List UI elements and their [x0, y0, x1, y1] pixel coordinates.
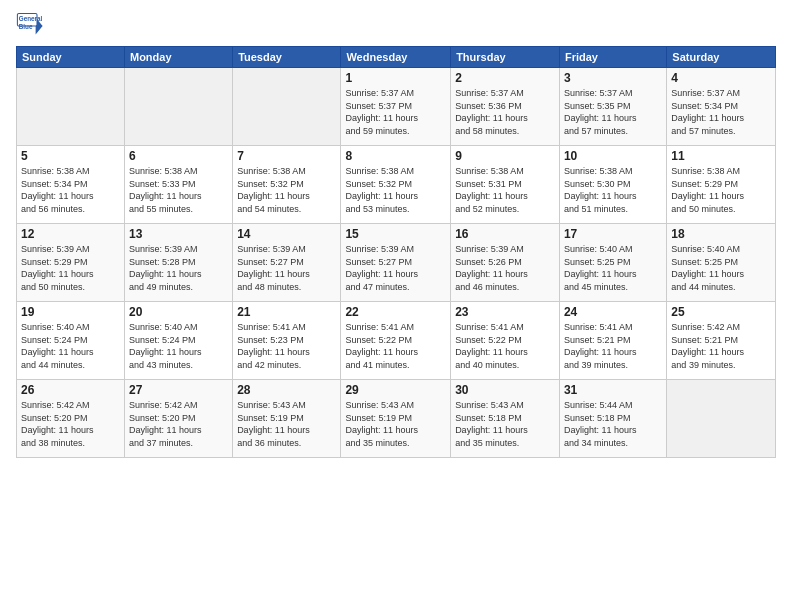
day-number: 2	[455, 71, 555, 85]
day-info: Sunrise: 5:38 AM Sunset: 5:34 PM Dayligh…	[21, 165, 120, 215]
day-cell: 23Sunrise: 5:41 AM Sunset: 5:22 PM Dayli…	[451, 302, 560, 380]
day-number: 24	[564, 305, 662, 319]
day-number: 9	[455, 149, 555, 163]
day-info: Sunrise: 5:40 AM Sunset: 5:25 PM Dayligh…	[671, 243, 771, 293]
day-info: Sunrise: 5:38 AM Sunset: 5:32 PM Dayligh…	[237, 165, 336, 215]
weekday-header-row: SundayMondayTuesdayWednesdayThursdayFrid…	[17, 47, 776, 68]
week-row-4: 19Sunrise: 5:40 AM Sunset: 5:24 PM Dayli…	[17, 302, 776, 380]
day-cell: 31Sunrise: 5:44 AM Sunset: 5:18 PM Dayli…	[559, 380, 666, 458]
weekday-tuesday: Tuesday	[233, 47, 341, 68]
day-cell: 7Sunrise: 5:38 AM Sunset: 5:32 PM Daylig…	[233, 146, 341, 224]
day-number: 15	[345, 227, 446, 241]
day-number: 8	[345, 149, 446, 163]
weekday-thursday: Thursday	[451, 47, 560, 68]
day-cell: 5Sunrise: 5:38 AM Sunset: 5:34 PM Daylig…	[17, 146, 125, 224]
day-info: Sunrise: 5:41 AM Sunset: 5:21 PM Dayligh…	[564, 321, 662, 371]
day-cell: 13Sunrise: 5:39 AM Sunset: 5:28 PM Dayli…	[124, 224, 232, 302]
day-info: Sunrise: 5:37 AM Sunset: 5:34 PM Dayligh…	[671, 87, 771, 137]
day-info: Sunrise: 5:42 AM Sunset: 5:20 PM Dayligh…	[129, 399, 228, 449]
day-number: 31	[564, 383, 662, 397]
weekday-friday: Friday	[559, 47, 666, 68]
day-cell	[667, 380, 776, 458]
day-info: Sunrise: 5:42 AM Sunset: 5:20 PM Dayligh…	[21, 399, 120, 449]
day-info: Sunrise: 5:40 AM Sunset: 5:24 PM Dayligh…	[21, 321, 120, 371]
day-info: Sunrise: 5:43 AM Sunset: 5:19 PM Dayligh…	[237, 399, 336, 449]
day-cell: 18Sunrise: 5:40 AM Sunset: 5:25 PM Dayli…	[667, 224, 776, 302]
day-info: Sunrise: 5:43 AM Sunset: 5:19 PM Dayligh…	[345, 399, 446, 449]
page: General Blue SundayMondayTuesdayWednesda…	[0, 0, 792, 612]
day-info: Sunrise: 5:38 AM Sunset: 5:32 PM Dayligh…	[345, 165, 446, 215]
day-cell: 17Sunrise: 5:40 AM Sunset: 5:25 PM Dayli…	[559, 224, 666, 302]
day-number: 7	[237, 149, 336, 163]
day-info: Sunrise: 5:43 AM Sunset: 5:18 PM Dayligh…	[455, 399, 555, 449]
day-cell: 11Sunrise: 5:38 AM Sunset: 5:29 PM Dayli…	[667, 146, 776, 224]
header: General Blue	[16, 12, 776, 40]
day-number: 4	[671, 71, 771, 85]
day-cell	[124, 68, 232, 146]
day-info: Sunrise: 5:39 AM Sunset: 5:28 PM Dayligh…	[129, 243, 228, 293]
day-number: 19	[21, 305, 120, 319]
day-cell: 21Sunrise: 5:41 AM Sunset: 5:23 PM Dayli…	[233, 302, 341, 380]
day-info: Sunrise: 5:40 AM Sunset: 5:25 PM Dayligh…	[564, 243, 662, 293]
day-cell: 8Sunrise: 5:38 AM Sunset: 5:32 PM Daylig…	[341, 146, 451, 224]
day-number: 5	[21, 149, 120, 163]
day-cell: 27Sunrise: 5:42 AM Sunset: 5:20 PM Dayli…	[124, 380, 232, 458]
day-info: Sunrise: 5:41 AM Sunset: 5:23 PM Dayligh…	[237, 321, 336, 371]
day-number: 16	[455, 227, 555, 241]
day-number: 11	[671, 149, 771, 163]
day-number: 28	[237, 383, 336, 397]
logo: General Blue	[16, 12, 48, 40]
day-info: Sunrise: 5:44 AM Sunset: 5:18 PM Dayligh…	[564, 399, 662, 449]
day-number: 12	[21, 227, 120, 241]
week-row-5: 26Sunrise: 5:42 AM Sunset: 5:20 PM Dayli…	[17, 380, 776, 458]
day-cell	[17, 68, 125, 146]
day-number: 18	[671, 227, 771, 241]
day-cell: 1Sunrise: 5:37 AM Sunset: 5:37 PM Daylig…	[341, 68, 451, 146]
week-row-3: 12Sunrise: 5:39 AM Sunset: 5:29 PM Dayli…	[17, 224, 776, 302]
weekday-saturday: Saturday	[667, 47, 776, 68]
day-info: Sunrise: 5:38 AM Sunset: 5:33 PM Dayligh…	[129, 165, 228, 215]
day-info: Sunrise: 5:37 AM Sunset: 5:37 PM Dayligh…	[345, 87, 446, 137]
svg-text:General: General	[19, 15, 43, 22]
week-row-1: 1Sunrise: 5:37 AM Sunset: 5:37 PM Daylig…	[17, 68, 776, 146]
day-info: Sunrise: 5:39 AM Sunset: 5:29 PM Dayligh…	[21, 243, 120, 293]
day-number: 25	[671, 305, 771, 319]
day-cell: 4Sunrise: 5:37 AM Sunset: 5:34 PM Daylig…	[667, 68, 776, 146]
day-number: 20	[129, 305, 228, 319]
day-info: Sunrise: 5:37 AM Sunset: 5:35 PM Dayligh…	[564, 87, 662, 137]
day-cell: 25Sunrise: 5:42 AM Sunset: 5:21 PM Dayli…	[667, 302, 776, 380]
day-number: 13	[129, 227, 228, 241]
day-number: 14	[237, 227, 336, 241]
day-number: 10	[564, 149, 662, 163]
svg-text:Blue: Blue	[19, 23, 33, 30]
week-row-2: 5Sunrise: 5:38 AM Sunset: 5:34 PM Daylig…	[17, 146, 776, 224]
day-info: Sunrise: 5:40 AM Sunset: 5:24 PM Dayligh…	[129, 321, 228, 371]
day-number: 26	[21, 383, 120, 397]
day-cell: 22Sunrise: 5:41 AM Sunset: 5:22 PM Dayli…	[341, 302, 451, 380]
day-cell: 30Sunrise: 5:43 AM Sunset: 5:18 PM Dayli…	[451, 380, 560, 458]
day-cell: 3Sunrise: 5:37 AM Sunset: 5:35 PM Daylig…	[559, 68, 666, 146]
day-cell: 16Sunrise: 5:39 AM Sunset: 5:26 PM Dayli…	[451, 224, 560, 302]
day-info: Sunrise: 5:39 AM Sunset: 5:27 PM Dayligh…	[237, 243, 336, 293]
day-cell: 14Sunrise: 5:39 AM Sunset: 5:27 PM Dayli…	[233, 224, 341, 302]
day-cell: 12Sunrise: 5:39 AM Sunset: 5:29 PM Dayli…	[17, 224, 125, 302]
day-cell: 9Sunrise: 5:38 AM Sunset: 5:31 PM Daylig…	[451, 146, 560, 224]
day-cell: 29Sunrise: 5:43 AM Sunset: 5:19 PM Dayli…	[341, 380, 451, 458]
day-cell: 28Sunrise: 5:43 AM Sunset: 5:19 PM Dayli…	[233, 380, 341, 458]
day-number: 30	[455, 383, 555, 397]
calendar-table: SundayMondayTuesdayWednesdayThursdayFrid…	[16, 46, 776, 458]
day-info: Sunrise: 5:41 AM Sunset: 5:22 PM Dayligh…	[455, 321, 555, 371]
day-info: Sunrise: 5:38 AM Sunset: 5:30 PM Dayligh…	[564, 165, 662, 215]
day-number: 21	[237, 305, 336, 319]
weekday-monday: Monday	[124, 47, 232, 68]
day-cell: 20Sunrise: 5:40 AM Sunset: 5:24 PM Dayli…	[124, 302, 232, 380]
day-number: 6	[129, 149, 228, 163]
day-cell	[233, 68, 341, 146]
day-cell: 2Sunrise: 5:37 AM Sunset: 5:36 PM Daylig…	[451, 68, 560, 146]
day-number: 22	[345, 305, 446, 319]
day-cell: 15Sunrise: 5:39 AM Sunset: 5:27 PM Dayli…	[341, 224, 451, 302]
day-number: 3	[564, 71, 662, 85]
day-cell: 6Sunrise: 5:38 AM Sunset: 5:33 PM Daylig…	[124, 146, 232, 224]
day-info: Sunrise: 5:38 AM Sunset: 5:31 PM Dayligh…	[455, 165, 555, 215]
logo-icon: General Blue	[16, 12, 44, 40]
